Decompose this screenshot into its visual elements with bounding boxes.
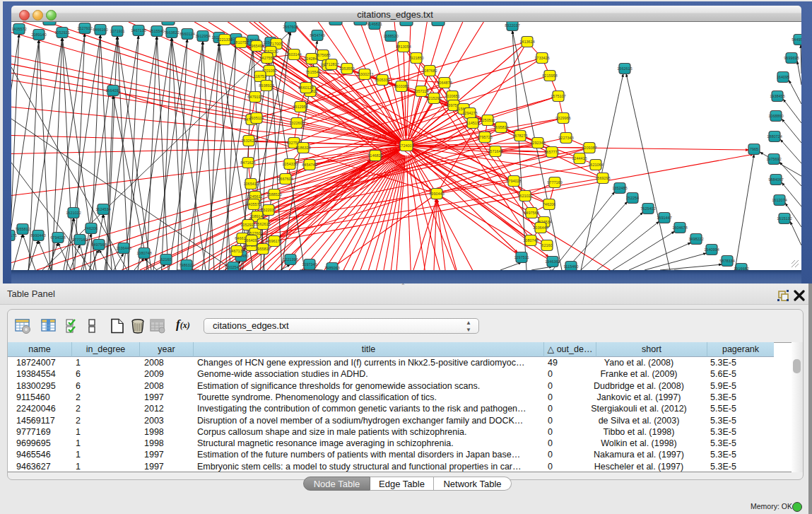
svg-text:1527602: 1527602 — [77, 26, 92, 30]
svg-text:1603380: 1603380 — [394, 84, 408, 88]
svg-text:1724007: 1724007 — [399, 144, 413, 148]
svg-text:1733426: 1733426 — [534, 56, 549, 60]
svg-text:252254: 252254 — [626, 196, 639, 200]
svg-text:1588520: 1588520 — [383, 34, 398, 38]
svg-text:9657771: 9657771 — [544, 150, 559, 154]
svg-text:1880724: 1880724 — [767, 134, 782, 139]
svg-text:1588520: 1588520 — [266, 192, 281, 197]
svg-text:746206: 746206 — [543, 202, 555, 206]
svg-text:2089140: 2089140 — [249, 214, 264, 218]
svg-text:2667608: 2667608 — [283, 25, 298, 29]
svg-text:1405572: 1405572 — [246, 202, 261, 206]
svg-text:1569295: 1569295 — [595, 176, 610, 180]
svg-text:1562615: 1562615 — [617, 66, 632, 71]
svg-text:2505334: 2505334 — [375, 78, 389, 82]
svg-text:8813054: 8813054 — [396, 45, 411, 49]
svg-text:2935114: 2935114 — [249, 116, 264, 120]
svg-text:8454749: 8454749 — [302, 163, 317, 167]
svg-text:7663822: 7663822 — [164, 30, 179, 35]
svg-text:8322037: 8322037 — [505, 23, 519, 28]
svg-text:8322037: 8322037 — [261, 208, 276, 212]
svg-text:1097349: 1097349 — [302, 262, 317, 267]
svg-text:6497568: 6497568 — [524, 211, 539, 215]
svg-text:7515540: 7515540 — [305, 70, 320, 74]
svg-text:2087682: 2087682 — [422, 69, 437, 73]
svg-text:8471626: 8471626 — [240, 160, 255, 165]
svg-text:9884067: 9884067 — [768, 177, 783, 182]
svg-text:9146821: 9146821 — [367, 22, 382, 26]
svg-text:1071911: 1071911 — [110, 29, 124, 33]
svg-text:1215292: 1215292 — [426, 96, 441, 100]
svg-text:1621022: 1621022 — [517, 194, 532, 198]
svg-text:8990443: 8990443 — [429, 192, 444, 196]
svg-text:2667608: 2667608 — [278, 177, 293, 181]
svg-text:9427552: 9427552 — [259, 56, 274, 60]
svg-text:1696175: 1696175 — [266, 239, 281, 243]
svg-text:1562615: 1562615 — [255, 222, 270, 226]
svg-text:8990443: 8990443 — [30, 233, 45, 238]
svg-text:1080748: 1080748 — [136, 251, 151, 255]
svg-text:1467135: 1467135 — [229, 249, 244, 253]
svg-text:9227343: 9227343 — [558, 136, 573, 140]
svg-text:8660124: 8660124 — [180, 32, 194, 36]
svg-text:9115460: 9115460 — [563, 264, 578, 269]
svg-text:1209387: 1209387 — [582, 146, 596, 150]
svg-text:6497568: 6497568 — [91, 243, 106, 247]
svg-text:1294275: 1294275 — [462, 111, 477, 115]
svg-text:1664091: 1664091 — [105, 88, 120, 93]
svg-text:2712817: 2712817 — [324, 62, 339, 66]
svg-text:1540994: 1540994 — [704, 247, 719, 252]
svg-text:7515540: 7515540 — [149, 29, 164, 33]
svg-text:1467135: 1467135 — [131, 28, 146, 33]
svg-text:1621022: 1621022 — [66, 211, 81, 215]
svg-text:1221396: 1221396 — [283, 257, 298, 262]
svg-text:6794028: 6794028 — [50, 235, 65, 240]
svg-text:1696175: 1696175 — [11, 233, 17, 238]
svg-text:3498222: 3498222 — [688, 237, 703, 241]
svg-text:1353559: 1353559 — [339, 66, 354, 71]
svg-text:1068860: 1068860 — [768, 114, 783, 118]
svg-text:1691447: 1691447 — [657, 216, 671, 220]
svg-text:2020651: 2020651 — [445, 94, 459, 98]
svg-text:3912954: 3912954 — [293, 105, 307, 109]
svg-text:6479197: 6479197 — [247, 95, 262, 99]
svg-text:7955812: 7955812 — [255, 247, 270, 251]
svg-text:3675685: 3675685 — [315, 53, 330, 57]
svg-text:2036443: 2036443 — [116, 246, 131, 250]
svg-text:1405572: 1405572 — [11, 27, 26, 31]
svg-text:9329966: 9329966 — [555, 116, 570, 120]
svg-text:8660124: 8660124 — [298, 86, 313, 90]
svg-text:1575107: 1575107 — [551, 94, 565, 98]
svg-text:9146821: 9146821 — [367, 153, 382, 158]
svg-text:7632621: 7632621 — [241, 139, 256, 143]
svg-text:1604678: 1604678 — [672, 226, 687, 230]
svg-text:1810755: 1810755 — [233, 40, 248, 45]
svg-text:1002543: 1002543 — [225, 265, 240, 269]
svg-text:1352485: 1352485 — [612, 186, 627, 190]
svg-text:1571648: 1571648 — [488, 149, 502, 153]
svg-text:1695814: 1695814 — [493, 125, 508, 129]
svg-text:9699695: 9699695 — [784, 56, 799, 60]
svg-text:7357224: 7357224 — [413, 89, 428, 93]
svg-text:7986322: 7986322 — [179, 263, 194, 267]
svg-text:1938455: 1938455 — [770, 94, 784, 98]
svg-text:1244415: 1244415 — [572, 156, 587, 160]
svg-text:2603144: 2603144 — [286, 52, 301, 57]
svg-text:1052921: 1052921 — [240, 223, 255, 227]
svg-text:7625402: 7625402 — [640, 206, 655, 211]
svg-text:1080748: 1080748 — [523, 238, 538, 243]
svg-text:1621064: 1621064 — [588, 163, 603, 167]
svg-text:1615132: 1615132 — [777, 216, 792, 221]
svg-text:1946362: 1946362 — [545, 259, 560, 264]
svg-text:717005: 717005 — [270, 42, 283, 46]
svg-text:746206: 746206 — [85, 226, 98, 230]
svg-text:1678275: 1678275 — [512, 134, 527, 138]
svg-text:164095: 164095 — [777, 75, 789, 79]
svg-text:8186328: 8186328 — [295, 146, 310, 150]
svg-text:1965498: 1965498 — [249, 44, 264, 48]
svg-text:1052921: 1052921 — [54, 30, 69, 35]
svg-text:1975692: 1975692 — [766, 157, 781, 161]
svg-text:62160: 62160 — [160, 257, 171, 262]
svg-text:1664091: 1664091 — [244, 238, 259, 243]
svg-text:15300273: 15300273 — [356, 72, 373, 76]
